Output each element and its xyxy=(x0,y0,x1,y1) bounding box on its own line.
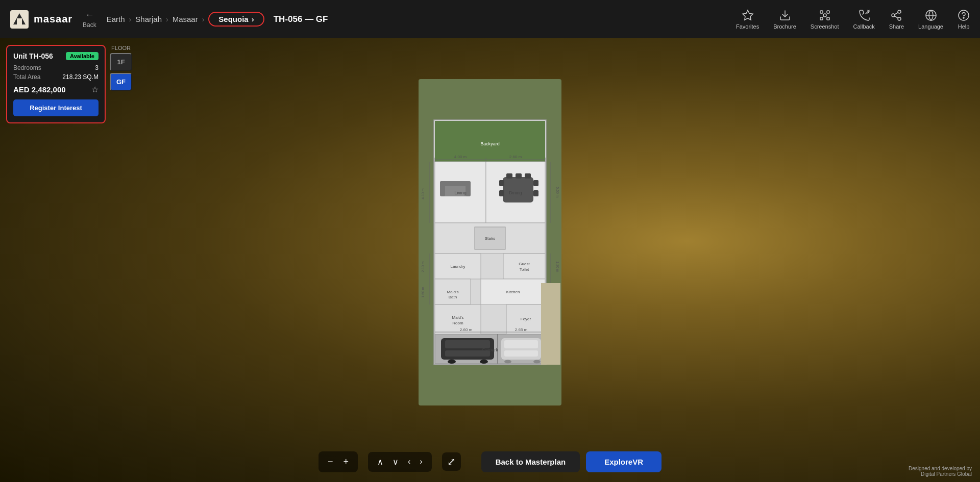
brochure-action[interactable]: Brochure xyxy=(773,9,796,30)
breadcrumb-sharjah[interactable]: Sharjah xyxy=(135,15,162,23)
breadcrumb-earth[interactable]: Earth xyxy=(107,15,125,23)
svg-rect-50 xyxy=(499,190,504,196)
zoom-controls: − + xyxy=(318,451,358,472)
zoom-out-button[interactable]: − xyxy=(325,455,336,468)
unit-number: Unit TH-056 xyxy=(13,52,53,60)
floorplan-container: Backyard Living Dining Stairs Laundry Gu… xyxy=(419,79,561,405)
favorites-action[interactable]: Favorites xyxy=(736,9,759,30)
svg-point-41 xyxy=(504,360,511,364)
area-value: 218.23 SQ.M xyxy=(62,73,99,81)
svg-rect-6 xyxy=(827,17,829,20)
svg-text:2.60 m: 2.60 m xyxy=(460,327,473,332)
svg-text:Stairs: Stairs xyxy=(485,236,495,241)
floor-panel-label: FLOOR xyxy=(110,45,132,51)
expand-button[interactable]: ⤢ xyxy=(442,452,461,471)
svg-text:4.00 m: 4.00 m xyxy=(454,155,467,159)
bedrooms-label: Bedrooms xyxy=(13,64,41,71)
svg-rect-5 xyxy=(820,17,823,20)
svg-point-9 xyxy=(892,14,895,17)
svg-rect-3 xyxy=(820,11,823,13)
svg-rect-93 xyxy=(541,283,560,365)
bottom-controls: − + ∧ ∨ ‹ › ⤢ Back to Masterplan Explore… xyxy=(0,441,980,482)
language-action[interactable]: Language xyxy=(918,9,943,30)
svg-rect-40 xyxy=(504,350,538,357)
pan-left-button[interactable]: ‹ xyxy=(405,456,413,467)
unit-price: AED 2,482,000 xyxy=(13,85,66,94)
svg-text:Room: Room xyxy=(452,321,463,325)
help-icon xyxy=(958,9,970,21)
nav-actions: Favorites Brochure Screenshot Callback S… xyxy=(736,9,970,30)
svg-rect-55 xyxy=(525,173,531,179)
screenshot-action[interactable]: Screenshot xyxy=(811,9,839,30)
area-label: Total Area xyxy=(13,73,40,81)
floor-1f-button[interactable]: 1F xyxy=(110,53,132,71)
pan-controls: ∧ ∨ ‹ › xyxy=(368,452,432,472)
brochure-label: Brochure xyxy=(773,23,796,30)
svg-point-8 xyxy=(898,10,901,13)
svg-point-16 xyxy=(963,17,964,18)
unit-title: TH-056 — GF xyxy=(274,14,328,24)
floorplan-area: Backyard Living Dining Stairs Laundry Gu… xyxy=(0,43,980,441)
back-button[interactable]: ← Back xyxy=(83,10,96,29)
svg-point-10 xyxy=(898,17,901,20)
globe-icon xyxy=(925,9,937,21)
help-label: Help xyxy=(958,23,970,30)
svg-rect-39 xyxy=(504,340,538,348)
svg-text:4.10 m: 4.10 m xyxy=(421,188,425,199)
pan-up-button[interactable]: ∧ xyxy=(374,456,386,468)
breadcrumb-masaar[interactable]: Masaar xyxy=(173,15,198,23)
back-arrow-icon: ← xyxy=(85,10,94,20)
zoom-in-button[interactable]: + xyxy=(340,455,352,468)
download-icon xyxy=(779,9,791,21)
svg-text:5.50 m: 5.50 m xyxy=(556,187,559,198)
svg-text:Laundry: Laundry xyxy=(451,264,465,269)
help-action[interactable]: Help xyxy=(958,9,970,30)
unit-status-badge: Available xyxy=(66,52,99,60)
breadcrumb-sequoia[interactable]: Sequoia › xyxy=(208,12,264,27)
svg-text:Foyer: Foyer xyxy=(521,317,531,321)
svg-rect-27 xyxy=(503,253,545,279)
floorplan-svg: Backyard Living Dining Stairs Laundry Gu… xyxy=(419,79,561,405)
svg-rect-49 xyxy=(499,180,504,186)
favorites-label: Favorites xyxy=(736,23,759,30)
language-label: Language xyxy=(918,23,943,30)
pan-down-button[interactable]: ∨ xyxy=(389,456,402,468)
svg-text:Living: Living xyxy=(454,190,467,195)
camera-icon xyxy=(819,9,831,21)
svg-text:Toilet: Toilet xyxy=(520,267,529,272)
svg-rect-46 xyxy=(440,181,445,196)
back-label: Back xyxy=(83,21,96,29)
star-icon xyxy=(742,9,754,21)
svg-text:Guest: Guest xyxy=(519,262,530,266)
svg-point-7 xyxy=(823,14,826,17)
floor-panel: FLOOR 1F GF xyxy=(110,45,132,93)
callback-action[interactable]: Callback xyxy=(853,9,875,30)
svg-text:Dining: Dining xyxy=(509,190,522,195)
screenshot-label: Screenshot xyxy=(811,23,839,30)
svg-line-12 xyxy=(895,12,898,14)
bedrooms-value: 3 xyxy=(95,64,99,71)
svg-text:Backyard: Backyard xyxy=(480,141,500,146)
back-masterplan-button[interactable]: Back to Masterplan xyxy=(481,451,580,472)
breadcrumb: Earth › Sharjah › Masaar › Sequoia › TH-… xyxy=(107,12,736,27)
pan-right-button[interactable]: › xyxy=(416,456,425,467)
svg-text:2.60 m: 2.60 m xyxy=(509,155,522,159)
register-interest-button[interactable]: Register Interest xyxy=(13,99,99,116)
share-action[interactable]: Share xyxy=(889,9,904,30)
svg-text:Maid's: Maid's xyxy=(452,315,464,320)
logo-area[interactable]: masaar xyxy=(10,10,72,29)
callback-label: Callback xyxy=(853,23,875,30)
svg-rect-53 xyxy=(506,173,512,179)
svg-text:2.65 m: 2.65 m xyxy=(515,327,528,332)
favorite-star-icon[interactable]: ☆ xyxy=(91,85,99,94)
top-navigation: masaar ← Back Earth › Sharjah › Masaar ›… xyxy=(0,0,980,38)
svg-point-36 xyxy=(448,360,456,364)
floor-gf-button[interactable]: GF xyxy=(110,73,132,91)
svg-point-42 xyxy=(533,360,541,364)
share-label: Share xyxy=(889,23,904,30)
share-icon xyxy=(890,9,902,21)
logo-text: masaar xyxy=(34,13,72,25)
explore-vr-button[interactable]: ExploreVR xyxy=(586,451,662,472)
svg-text:Carpark: Carpark xyxy=(482,347,499,352)
svg-text:1.20 m: 1.20 m xyxy=(556,261,559,272)
